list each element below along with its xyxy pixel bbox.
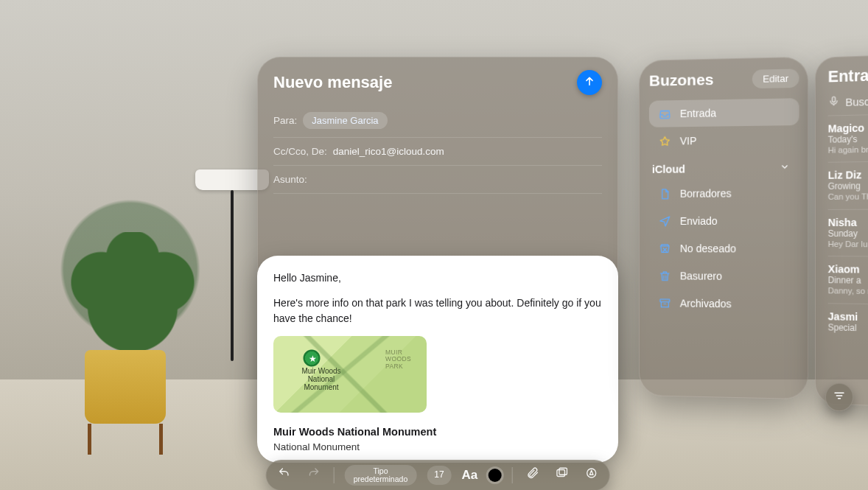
mailbox-label: VIP	[680, 135, 697, 147]
message-body[interactable]: Hello Jasmine, Here's more info on that …	[257, 256, 618, 463]
edit-button[interactable]: Editar	[752, 69, 799, 88]
message-preview: Hey Dar lunch or	[828, 239, 868, 250]
room-background: Nuevo mensaje Para: Jasmine Garcia Cc/Cc…	[0, 0, 868, 490]
paperclip-icon	[525, 466, 539, 483]
message-subject: Sunday	[828, 228, 868, 239]
message-sender: Liz Diz	[828, 167, 868, 181]
mailbox-vip[interactable]: VIP	[649, 126, 799, 155]
message-sender: Nisha	[828, 216, 868, 228]
inbox-title: Entra	[828, 62, 868, 87]
markup-icon	[584, 466, 598, 483]
mailbox-junk[interactable]: No deseado	[649, 235, 799, 262]
floor-lamp	[217, 169, 247, 361]
mailbox-label: Borradores	[680, 187, 732, 199]
map-pin-label: Muir Woods National Monument	[295, 367, 347, 391]
search-field[interactable]: Busc	[828, 91, 868, 109]
format-toolbar: Tipo predeterminado 17 Aa	[266, 460, 610, 490]
font-size-picker[interactable]: 17	[427, 466, 451, 484]
message-item[interactable]: Jasmi Special	[828, 303, 868, 343]
body-greeting: Hello Jasmine,	[273, 270, 602, 285]
toolbar-separator	[511, 467, 512, 483]
attach-button[interactable]	[522, 466, 542, 485]
mailbox-section-icloud[interactable]: iCloud	[649, 154, 799, 180]
mailbox-label: No deseado	[680, 242, 736, 254]
to-label: Para:	[273, 115, 297, 126]
redo-button[interactable]	[304, 466, 323, 485]
mailbox-trash[interactable]: Basurero	[649, 262, 799, 290]
toolbar-separator	[334, 467, 335, 483]
mailbox-sent[interactable]: Enviado	[649, 207, 799, 234]
undo-icon	[278, 466, 291, 483]
star-icon	[658, 134, 671, 147]
mailboxes-title: Buzones	[649, 71, 714, 90]
mailbox-archive[interactable]: Archivados	[649, 290, 799, 318]
section-label: iCloud	[652, 163, 685, 175]
to-row[interactable]: Para: Jasmine Garcia	[273, 104, 602, 138]
font-family-line2: predeterminado	[354, 475, 408, 483]
message-item[interactable]: Liz Diz Growing Can you Thanks	[828, 160, 868, 209]
mailbox-drafts[interactable]: Borradores	[649, 180, 799, 207]
undo-button[interactable]	[275, 466, 294, 485]
redo-icon	[307, 466, 321, 483]
send-button[interactable]	[577, 70, 602, 95]
text-format-button[interactable]: Aa	[462, 466, 478, 485]
document-icon	[658, 187, 671, 200]
message-preview: Can you Thanks	[828, 190, 868, 202]
paper-plane-icon	[658, 214, 671, 228]
inbox-icon	[658, 107, 671, 120]
compose-title: Nuevo mensaje	[273, 73, 392, 92]
attachment-title: Muir Woods National Monument	[273, 424, 602, 440]
map-pin-icon: ★	[307, 354, 318, 364]
cc-from-label: Cc/Cco, De:	[273, 146, 327, 157]
junk-icon	[658, 242, 671, 255]
search-placeholder: Busc	[845, 95, 868, 108]
potted-plant	[63, 217, 203, 424]
font-family-picker[interactable]: Tipo predeterminado	[345, 465, 417, 486]
insert-photo-button[interactable]	[552, 466, 571, 485]
svg-rect-1	[559, 469, 567, 475]
mailbox-label: Enviado	[680, 215, 718, 227]
arrow-up-icon	[584, 75, 595, 90]
body-paragraph: Here's more info on that park I was tell…	[273, 295, 602, 326]
message-item[interactable]: Xiaom Dinner a Danny, so much	[828, 256, 868, 305]
map-park-label: MUIR WOODS PARK	[385, 349, 421, 370]
mailbox-label: Basurero	[680, 270, 722, 282]
subject-row[interactable]: Asunto:	[273, 166, 602, 194]
mailbox-label: Archivados	[680, 298, 732, 310]
text-color-picker[interactable]	[488, 469, 501, 482]
mailboxes-panel: Buzones Editar Entrada VIP iCloud B	[639, 57, 808, 400]
filter-button[interactable]	[825, 383, 853, 411]
archive-icon	[658, 296, 671, 309]
mailbox-label: Entrada	[680, 107, 716, 119]
compose-window: Nuevo mensaje Para: Jasmine Garcia Cc/Cc…	[257, 57, 618, 440]
trash-icon	[658, 269, 671, 282]
mailbox-inbox[interactable]: Entrada	[649, 98, 799, 127]
svg-rect-0	[557, 470, 565, 477]
message-item[interactable]: Magico Today's Hi again breathta	[828, 111, 868, 162]
map-attachment[interactable]: ★ Muir Woods National Monument MUIR WOOD…	[273, 336, 427, 413]
cc-from-row[interactable]: Cc/Cco, De: daniel_rico1@icloud.com	[273, 138, 602, 166]
svg-rect-4	[833, 97, 836, 102]
svg-rect-3	[659, 299, 669, 302]
message-subject: Special	[828, 322, 868, 336]
message-subject: Growing	[828, 180, 868, 192]
filter-lines-icon	[833, 389, 846, 405]
message-preview: Danny, so much	[828, 285, 868, 298]
from-address: daniel_rico1@icloud.com	[333, 146, 444, 157]
recipient-chip[interactable]: Jasmine Garcia	[303, 112, 387, 129]
message-item[interactable]: Nisha Sunday Hey Dar lunch or	[828, 209, 868, 257]
photo-icon	[555, 466, 568, 483]
markup-button[interactable]	[581, 466, 601, 485]
message-sender: Magico	[828, 119, 868, 134]
attachment-subtitle: National Monument	[273, 440, 602, 455]
chevron-down-icon	[780, 161, 790, 174]
subject-label: Asunto:	[273, 174, 307, 185]
inbox-panel: Entra Busc Magico Today's Hi again breat…	[815, 51, 868, 411]
microphone-icon	[828, 95, 840, 109]
